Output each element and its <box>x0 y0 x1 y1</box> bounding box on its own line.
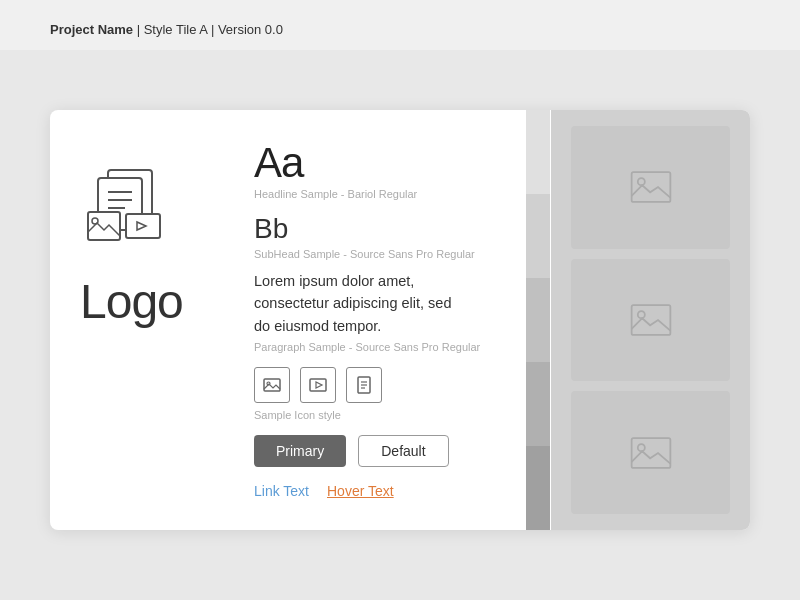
svg-rect-22 <box>631 305 670 335</box>
placeholder-image-icon-3 <box>629 435 673 471</box>
svg-point-25 <box>637 444 644 451</box>
main-area: Logo Aa Headline Sample - Bariol Regular… <box>0 50 800 600</box>
card-left: Logo Aa Headline Sample - Bariol Regular… <box>50 110 551 530</box>
subhead-sample: Bb <box>254 212 521 246</box>
logo-display: Logo <box>80 274 183 329</box>
headline-label: Headline Sample - Bariol Regular <box>254 188 521 200</box>
icon-sample-video <box>300 367 336 403</box>
image-placeholder-3 <box>571 391 730 514</box>
svg-rect-24 <box>631 438 670 468</box>
headline-sample: Aa <box>254 140 521 186</box>
image-placeholder-2 <box>571 259 730 382</box>
decorative-icons <box>80 160 190 254</box>
primary-button[interactable]: Primary <box>254 435 346 467</box>
image-placeholder-1 <box>571 126 730 249</box>
top-bar: Project Name | Style Tile A | Version 0.… <box>0 0 800 50</box>
typography-column: Aa Headline Sample - Bariol Regular Bb S… <box>254 140 521 510</box>
page-title: Project Name | Style Tile A | Version 0.… <box>50 22 283 37</box>
subhead-label: SubHead Sample - Source Sans Pro Regular <box>254 248 521 260</box>
paragraph-label: Paragraph Sample - Source Sans Pro Regul… <box>254 341 521 353</box>
buttons-row: Primary Default <box>254 435 521 467</box>
color-strip-2 <box>526 194 550 278</box>
color-strip-4 <box>526 362 550 446</box>
color-strip-1 <box>526 110 550 194</box>
icon-samples-row <box>254 367 521 403</box>
project-title-rest: | Style Tile A | Version 0.0 <box>133 22 283 37</box>
decorative-icon-svg <box>80 160 190 250</box>
svg-point-23 <box>637 311 644 318</box>
links-row: Link Text Hover Text <box>254 483 521 499</box>
link-text[interactable]: Link Text <box>254 483 309 499</box>
document-icon <box>354 375 374 395</box>
icon-sample-document <box>346 367 382 403</box>
svg-rect-12 <box>264 379 280 391</box>
svg-marker-15 <box>316 382 322 388</box>
default-button[interactable]: Default <box>358 435 448 467</box>
style-tile-card: Logo Aa Headline Sample - Bariol Regular… <box>50 110 750 530</box>
color-strip-3 <box>526 278 550 362</box>
paragraph-sample: Lorem ipsum dolor amet, consectetur adip… <box>254 270 454 337</box>
project-name-bold: Project Name <box>50 22 133 37</box>
placeholder-image-icon-2 <box>629 302 673 338</box>
svg-point-21 <box>637 179 644 186</box>
color-strips <box>526 110 550 530</box>
svg-rect-8 <box>88 212 120 240</box>
svg-rect-10 <box>126 214 160 238</box>
image-icon <box>262 375 282 395</box>
hover-text[interactable]: Hover Text <box>327 483 394 499</box>
image-panel <box>551 110 750 530</box>
icon-style-label: Sample Icon style <box>254 409 521 421</box>
logo-icons-column: Logo <box>80 140 230 510</box>
svg-rect-20 <box>631 172 670 202</box>
video-icon <box>308 375 328 395</box>
placeholder-image-icon-1 <box>629 169 673 205</box>
icon-sample-image <box>254 367 290 403</box>
color-strip-5 <box>526 446 550 530</box>
svg-rect-14 <box>310 379 326 391</box>
